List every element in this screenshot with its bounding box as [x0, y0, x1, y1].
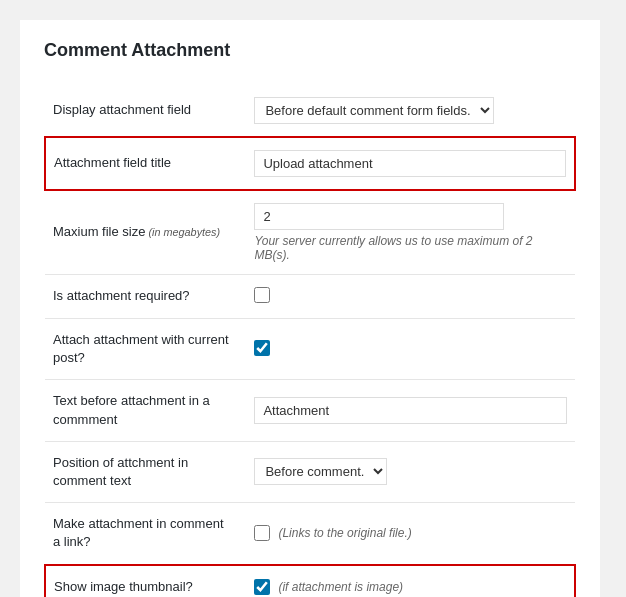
row-position: Position of attchment in comment text Be…	[45, 441, 575, 502]
label-attachment-title: Attachment field title	[45, 137, 246, 190]
attachment-title-input[interactable]	[254, 150, 566, 177]
display-attachment-select[interactable]: Before default comment form fields. Afte…	[254, 97, 494, 124]
label-max-file-size: Maxium file size (in megabytes)	[45, 190, 246, 275]
show-thumbnail-row: (if attachment is image)	[254, 579, 566, 595]
text-before-attachment-input[interactable]	[254, 397, 567, 424]
cell-position: Before comment. After comment.	[246, 441, 575, 502]
label-attach-with-post: Attach attachment with current post?	[45, 319, 246, 380]
row-display-attachment: Display attachment field Before default …	[45, 85, 575, 137]
label-show-thumbnail: Show image thumbnail?	[45, 565, 246, 598]
make-link-note: (Links to the original file.)	[278, 526, 411, 540]
row-show-thumbnail: Show image thumbnail? (if attachment is …	[45, 565, 575, 598]
row-is-required: Is attachment required?	[45, 275, 575, 319]
cell-text-before-attachment	[246, 380, 575, 441]
show-thumbnail-note: (if attachment is image)	[278, 580, 403, 594]
row-make-link: Make attachment in comment a link? (Link…	[45, 503, 575, 564]
cell-max-file-size: Your server currently allows us to use m…	[246, 190, 575, 275]
max-file-size-input[interactable]	[254, 203, 504, 230]
show-thumbnail-checkbox[interactable]	[254, 579, 270, 595]
cell-make-link: (Links to the original file.)	[246, 503, 575, 564]
row-text-before-attachment: Text before attachment in a commment	[45, 380, 575, 441]
make-link-row: (Links to the original file.)	[254, 525, 567, 541]
settings-container: Comment Attachment Display attachment fi…	[20, 20, 600, 597]
row-attach-with-post: Attach attachment with current post?	[45, 319, 575, 380]
label-position: Position of attchment in comment text	[45, 441, 246, 502]
make-link-checkbox[interactable]	[254, 525, 270, 541]
row-max-file-size: Maxium file size (in megabytes) Your ser…	[45, 190, 575, 275]
row-attachment-title: Attachment field title	[45, 137, 575, 190]
cell-attach-with-post	[246, 319, 575, 380]
cell-show-thumbnail: (if attachment is image)	[246, 565, 575, 598]
label-is-required: Is attachment required?	[45, 275, 246, 319]
cell-display-attachment: Before default comment form fields. Afte…	[246, 85, 575, 137]
label-display-attachment: Display attachment field	[45, 85, 246, 137]
cell-is-required	[246, 275, 575, 319]
settings-table: Display attachment field Before default …	[44, 85, 576, 564]
label-make-link: Make attachment in comment a link?	[45, 503, 246, 564]
is-required-checkbox[interactable]	[254, 287, 270, 303]
max-file-size-hint: Your server currently allows us to use m…	[254, 234, 567, 262]
cell-attachment-title	[246, 137, 575, 190]
position-select[interactable]: Before comment. After comment.	[254, 458, 387, 485]
label-text-before-attachment: Text before attachment in a commment	[45, 380, 246, 441]
page-title: Comment Attachment	[44, 40, 576, 69]
highlighted-settings-table: Show image thumbnail? (if attachment is …	[44, 564, 576, 598]
attach-with-post-checkbox[interactable]	[254, 340, 270, 356]
